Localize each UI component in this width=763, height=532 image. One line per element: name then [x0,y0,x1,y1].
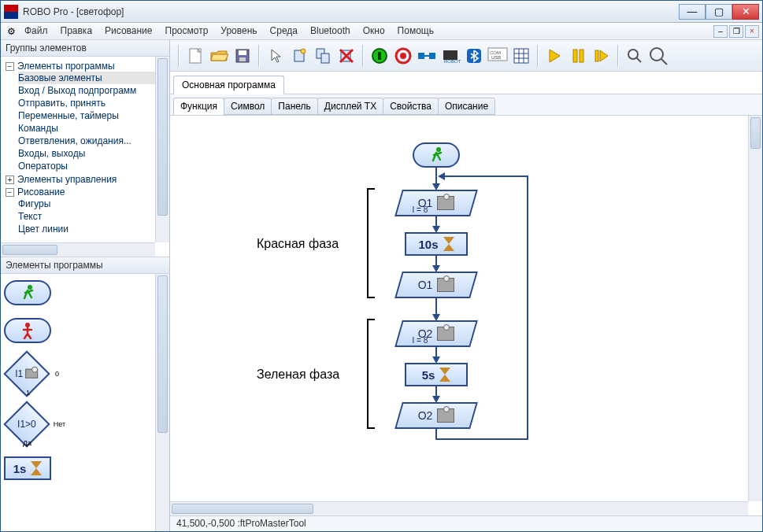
tree-vars-timers[interactable]: Переменные, таймеры [18,109,168,122]
window-minimize-button[interactable]: — [679,4,706,20]
flow-delay-10s[interactable]: 10s [405,232,468,256]
tree-collapse-icon[interactable]: − [6,188,14,197]
tree-control-elements[interactable]: Элементы управления [17,174,117,185]
canvas-area: O1 I = 8 10s O1 [170,116,762,515]
motor-icon [437,408,454,423]
window-maximize-button[interactable]: ▢ [706,4,732,20]
save-button[interactable] [231,45,254,67]
interface-if-button[interactable] [416,45,438,67]
tab-description[interactable]: Описание [438,98,495,115]
tree-figures[interactable]: Фигуры [18,198,168,210]
zoom-in-button[interactable] [624,45,646,67]
menu-bluetooth[interactable]: Bluetooth [304,23,357,39]
canvas-horizontal-scrollbar[interactable] [170,501,748,515]
menu-env[interactable]: Среда [264,23,304,39]
tree-vertical-scrollbar[interactable] [155,57,169,242]
cursor-button[interactable] [265,45,287,67]
menu-draw[interactable]: Рисование [98,23,158,39]
palette-cond-label: I1 [15,368,23,379]
tree-io[interactable]: Входы, выходы [18,147,168,160]
svg-line-31 [636,57,641,62]
window-close-button[interactable]: ✕ [732,4,759,20]
menu-window[interactable]: Окно [357,23,391,39]
connector [435,438,528,440]
tool-new-sub-button[interactable] [288,45,310,67]
play-button[interactable] [543,45,565,67]
svg-rect-4 [239,50,246,55]
element-groups-tree[interactable]: −Элементы программы Базовые элементы Вхо… [1,57,169,257]
palette-condition-i1gt0[interactable]: I1>0 Нет Да [4,406,65,444]
hourglass-icon [31,461,42,475]
tree-line-color[interactable]: Цвет линии [18,223,168,235]
flow-o2-on-sub: I = 8 [413,336,428,345]
flowchart-canvas[interactable]: O1 I = 8 10s O1 [170,116,748,501]
zoom-out-button[interactable] [647,45,669,67]
gear-icon[interactable]: ⚙ [4,23,18,39]
flow-o2-off[interactable]: O2 [394,402,478,429]
tool-copy-sub-button[interactable] [312,45,334,67]
tab-symbol[interactable]: Символ [224,98,272,115]
tree-commands[interactable]: Команды [18,122,168,135]
palette-title: Элементы программы [1,257,169,274]
hourglass-icon [443,237,454,251]
element-groups-title: Группы элементов [1,40,169,57]
program-tab-main[interactable]: Основная программа [173,76,284,94]
program-tabs: Основная программа [170,72,762,94]
svg-point-16 [400,53,406,59]
tree-horizontal-scrollbar[interactable] [1,242,155,257]
flow-delay-5s[interactable]: 5s [405,363,468,386]
palette-start-block[interactable] [4,280,51,305]
tree-drawing[interactable]: Рисование [17,187,65,198]
dot-grid [170,116,748,501]
menu-view[interactable]: Просмотр [159,23,215,39]
flow-o2-on[interactable]: O2 I = 8 [394,320,478,347]
mdi-restore-button[interactable]: ❐ [729,25,743,38]
grid-button[interactable] [510,45,532,67]
tree-operators[interactable]: Операторы [18,160,168,172]
bluetooth-button[interactable] [463,45,485,67]
mdi-minimize-button[interactable]: – [713,25,728,38]
tree-sub-io[interactable]: Вход / Выход подпрограмм [18,84,168,97]
canvas-vertical-scrollbar[interactable] [748,116,762,501]
menu-edit[interactable]: Правка [54,23,99,39]
connector [444,175,528,177]
com-usb-button[interactable]: COMUSB [487,45,509,67]
interface-rtx-button[interactable]: ROBOTX [439,45,461,67]
tree-expand-icon[interactable]: + [6,175,14,184]
motor-icon [437,278,454,292]
flow-o1-on[interactable]: O1 I = 8 [394,190,478,216]
led-green-button[interactable] [369,45,391,67]
tool-delete-sub-button[interactable] [335,45,357,67]
menu-file[interactable]: Файл [18,23,54,39]
tree-text[interactable]: Текст [18,210,168,223]
tree-program-elements[interactable]: Элементы программы [17,61,115,72]
step-button[interactable] [591,45,613,67]
palette-delay-block[interactable]: 1s [4,456,51,480]
tab-properties[interactable]: Свойства [383,98,439,115]
palette-scrollbar[interactable] [155,274,169,531]
svg-rect-29 [595,50,598,61]
menu-level[interactable]: Уровень [214,23,263,39]
tree-send-recv[interactable]: Отправить, принять [18,97,168,109]
tree-branches[interactable]: Ответвления, ожидания... [18,135,168,147]
connector [435,168,437,185]
tree-collapse-icon[interactable]: − [6,62,14,71]
app-window: ROBO Pro - [светофор] — ▢ ✕ ⚙ Файл Правк… [0,0,763,532]
mdi-close-button[interactable]: × [745,25,759,38]
open-button[interactable] [208,45,230,67]
app-icon [4,5,18,19]
palette-stop-block[interactable] [4,318,51,343]
svg-text:ROBOTX: ROBOTX [444,59,461,64]
palette-condition-i1[interactable]: I1 0 1 [4,356,59,393]
menubar: ⚙ Файл Правка Рисование Просмотр Уровень… [1,23,762,40]
tree-basic-elements[interactable]: Базовые элементы [18,72,168,84]
flow-o1-off[interactable]: O1 [394,272,478,298]
tab-panel[interactable]: Панель [271,98,317,115]
new-button[interactable] [184,45,206,67]
pause-button[interactable] [567,45,589,67]
tab-function[interactable]: Функция [173,98,224,115]
menu-help[interactable]: Помощь [391,23,440,39]
tab-display-tx[interactable]: Дисплей TX [317,98,383,115]
flow-start[interactable] [413,142,460,168]
led-red-button[interactable] [392,45,414,67]
